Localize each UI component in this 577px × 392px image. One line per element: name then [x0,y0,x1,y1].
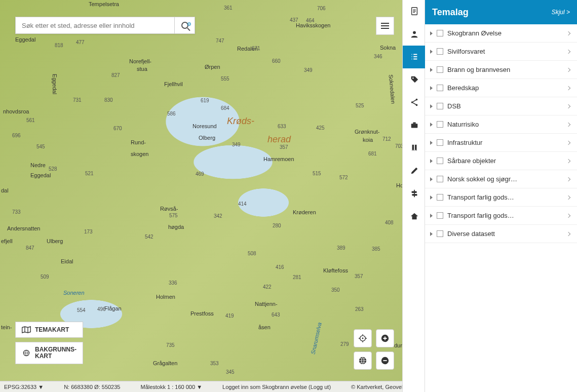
elevation-label: 477 [76,40,85,45]
clipboard-icon [410,7,419,16]
briefcase-icon [410,121,419,130]
layer-checkbox[interactable] [437,30,443,36]
bakgrunnskart-button[interactable]: BAKGRUNNS- KART [15,342,83,364]
elevation-label: 464 [306,18,315,23]
elevation-label: 735 [166,342,175,348]
elevation-label: 425 [316,125,325,131]
panel-title: Temalag [432,7,552,18]
tab-toolbox[interactable] [403,114,426,137]
tab-draw[interactable] [403,160,426,182]
layer-checkbox[interactable] [437,85,443,91]
search-button[interactable]: ⚙ [174,17,195,33]
elevation-label: 696 [12,133,21,138]
chevron-right-icon [566,195,570,199]
expand-icon [430,214,433,218]
elevation-label: 684 [221,105,229,111]
tab-user[interactable] [403,23,426,46]
scale-selector[interactable]: Målestokk 1 : 160 000 ▼ [140,384,202,390]
layer-list: Skogbrann Øvelse Sivilforsvaret Brann og… [425,24,577,392]
chevron-right-icon [566,67,570,71]
layer-checkbox[interactable] [437,230,443,237]
layer-checkbox[interactable] [437,48,443,55]
layer-checkbox[interactable] [437,121,443,128]
tab-signs[interactable] [403,182,426,205]
svg-rect-12 [411,124,417,128]
map-label: efjell [1,238,13,244]
map-label: Rund- [131,139,146,145]
elevation-label: 712 [382,136,391,142]
list-icon [410,52,419,61]
layer-item[interactable]: Diverse datasett [425,225,577,243]
globe-icon [358,356,367,365]
tab-info[interactable] [403,0,426,23]
hamburger-button[interactable] [376,17,394,35]
map-label: Ho [396,182,402,188]
layer-item[interactable]: Transport farlig gods… [425,188,577,207]
hamburger-icon [381,25,389,26]
temakart-button[interactable]: TEMAKART [15,322,83,338]
layer-item[interactable]: Beredskap [425,79,577,97]
panel-hide-button[interactable]: Skjul > [552,9,570,16]
map-label: skogen [131,151,148,157]
search-input[interactable] [16,17,174,33]
map-label: Kløftefoss [323,267,348,273]
login-info[interactable]: Logget inn som Skogbrann øvelse (Logg ut… [222,384,331,390]
elevation-label: 350 [331,287,340,293]
layer-item[interactable]: Infrastruktur [425,134,577,152]
fullextent-button[interactable] [354,351,372,370]
chevron-right-icon [566,177,570,181]
elevation-label: 747 [216,38,224,44]
tab-share[interactable] [403,91,426,114]
side-icon-bar [402,0,425,392]
chevron-right-icon [566,86,570,90]
locate-button[interactable] [354,329,372,347]
layer-item[interactable]: Norsk sokkel og sjøgr… [425,170,577,188]
map-label: Eggedal [30,172,51,178]
layer-item[interactable]: DSB [425,97,577,115]
layer-checkbox[interactable] [437,212,443,219]
map-label: Krøderen [293,209,316,215]
map-label: nhovdsroa [3,108,29,114]
map-label: Soneren [63,290,85,296]
panel-header: Temalag Skjul > [425,0,577,24]
map-label: Ørpen [205,64,220,70]
tag-icon [410,75,419,84]
expand-icon [430,104,433,108]
elevation-label: 416 [276,264,284,270]
svg-point-8 [412,77,414,79]
tab-tags[interactable] [403,68,426,91]
expand-icon [430,159,433,163]
layer-item[interactable]: Sårbare objekter [425,152,577,170]
layer-checkbox[interactable] [437,194,443,201]
layer-item[interactable]: Skogbrann Øvelse [425,24,577,43]
expand-icon [430,232,433,236]
layer-item[interactable]: Brann og brannvesen [425,61,577,79]
elevation-label: 555 [221,76,229,82]
layer-checkbox[interactable] [437,66,443,73]
layer-checkbox[interactable] [437,176,443,182]
map-label: Tempelsetra [89,1,119,7]
layer-label: Naturrisiko [447,121,563,128]
tab-bookmarks[interactable] [403,137,426,160]
elevation-label: 280 [273,223,281,228]
map-canvas[interactable]: TempelsetraEggedalEggedalNorefjell-stuaF… [0,0,402,392]
layer-checkbox[interactable] [437,103,443,109]
elevation-label: 361 [224,5,233,11]
layer-checkbox[interactable] [437,139,443,146]
zoom-in-button[interactable] [376,329,394,347]
search-container: ⚙ [15,17,195,34]
layer-item[interactable]: Transport farlig gods… [425,207,577,225]
map-label: koia [363,137,373,143]
epsg-selector[interactable]: EPSG:32633 ▼ [4,384,44,390]
tab-layers[interactable] [403,46,426,68]
layer-item[interactable]: Sivilforsvaret [425,43,577,61]
share-icon [410,98,419,107]
elevation-label: 357 [280,144,288,150]
layer-checkbox[interactable] [437,158,443,164]
map-label: Flågan [104,305,122,311]
zoom-out-button[interactable] [376,351,394,370]
layer-item[interactable]: Naturrisiko [425,115,577,134]
status-bar: EPSG:32633 ▼ N: 6683380 Ø: 550235 Målest… [0,381,402,392]
tab-home[interactable] [403,205,426,228]
elevation-label: 830 [104,97,113,103]
